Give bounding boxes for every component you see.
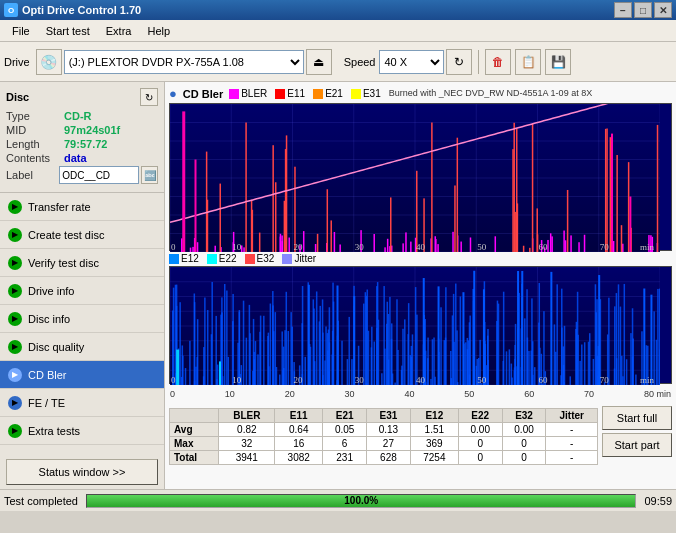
save-button[interactable]: 💾 — [545, 49, 571, 75]
chart1-container: 403530252015105 48 X40 X32 X24 X16 X8 X — [169, 103, 672, 251]
nav-label-fe-te: FE / TE — [28, 397, 65, 409]
legend-jitter: Jitter — [282, 253, 316, 264]
start-part-button[interactable]: Start part — [602, 433, 672, 457]
length-value: 79:57.72 — [64, 138, 107, 150]
menu-extra[interactable]: Extra — [98, 23, 140, 39]
sidebar-item-disc-info[interactable]: ▶ Disc info — [0, 305, 164, 333]
nav-icon-cd-bler: ▶ — [8, 368, 22, 382]
stats-area: BLER E11 E21 E31 E12 E22 E32 Jitter Avg — [169, 406, 672, 465]
chart1-title: CD Bler — [183, 88, 223, 100]
progress-pct: 100.0% — [87, 495, 635, 507]
th-e31: E31 — [367, 409, 411, 423]
type-value: CD-R — [64, 110, 92, 122]
legend-e12: E12 — [169, 253, 199, 264]
max-e11: 16 — [275, 437, 323, 451]
menu-help[interactable]: Help — [139, 23, 178, 39]
status-window-button[interactable]: Status window >> — [6, 459, 158, 485]
toolbar-separator — [478, 50, 479, 74]
length-label: Length — [6, 138, 64, 150]
chart1-canvas — [170, 104, 660, 252]
avg-e22: 0.00 — [458, 423, 502, 437]
type-label: Type — [6, 110, 64, 122]
th-e32: E32 — [502, 409, 546, 423]
nav-label-disc-info: Disc info — [28, 313, 70, 325]
chart1-title-icon: ● — [169, 86, 177, 101]
max-bler: 32 — [219, 437, 275, 451]
avg-e21: 0.05 — [323, 423, 367, 437]
eject-button[interactable]: ⏏ — [306, 49, 332, 75]
legend-e11-dot — [275, 89, 285, 99]
action-buttons: Start full Start part — [602, 406, 672, 457]
chart2-header: E12 E22 E32 Jitter — [169, 253, 672, 264]
progress-bar: 100.0% — [86, 494, 636, 508]
nav-label-cd-bler: CD Bler — [28, 369, 67, 381]
row-label-total: Total — [170, 451, 219, 465]
sidebar-item-cd-bler[interactable]: ▶ CD Bler — [0, 361, 164, 389]
total-bler: 3941 — [219, 451, 275, 465]
chart1-header: ● CD Bler BLER E11 E21 E31 Burned with _… — [169, 86, 672, 101]
sidebar-item-disc-quality[interactable]: ▶ Disc quality — [0, 333, 164, 361]
chart2-legend: E12 E22 E32 Jitter — [169, 253, 316, 264]
max-e31: 27 — [367, 437, 411, 451]
nav-label-verify-test-disc: Verify test disc — [28, 257, 99, 269]
max-e22: 0 — [458, 437, 502, 451]
legend-burned-info: Burned with _NEC DVD_RW ND-4551A 1-09 at… — [389, 88, 592, 99]
avg-e32: 0.00 — [502, 423, 546, 437]
start-full-button[interactable]: Start full — [602, 406, 672, 430]
sidebar: Disc ↻ Type CD-R MID 97m24s01f Length 79… — [0, 82, 165, 489]
nav-icon-disc-info: ▶ — [8, 312, 22, 326]
status-time: 09:59 — [644, 495, 672, 507]
legend-e11: E11 — [275, 88, 305, 99]
toolbar: Drive 💿 (J:) PLEXTOR DVDR PX-755A 1.08 ⏏… — [0, 42, 676, 82]
total-e22: 0 — [458, 451, 502, 465]
speed-label: Speed — [344, 56, 376, 68]
sidebar-item-verify-test-disc[interactable]: ▶ Verify test disc — [0, 249, 164, 277]
menu-file[interactable]: File — [4, 23, 38, 39]
legend-jitter-dot — [282, 254, 292, 264]
drive-select[interactable]: (J:) PLEXTOR DVDR PX-755A 1.08 — [64, 50, 304, 74]
drive-label: Drive — [4, 56, 30, 68]
th-e12: E12 — [410, 409, 458, 423]
nav-icon-extra-tests: ▶ — [8, 424, 22, 438]
label-icon-button[interactable]: 🔤 — [141, 166, 158, 184]
sidebar-item-transfer-rate[interactable]: ▶ Transfer rate — [0, 193, 164, 221]
nav-label-create-test-disc: Create test disc — [28, 229, 104, 241]
status-bar: Test completed 100.0% 09:59 — [0, 489, 676, 511]
refresh-button[interactable]: ↻ — [446, 49, 472, 75]
stats-table: BLER E11 E21 E31 E12 E22 E32 Jitter Avg — [169, 408, 598, 465]
nav-icon-transfer-rate: ▶ — [8, 200, 22, 214]
close-button[interactable]: ✕ — [654, 2, 672, 18]
max-jitter: - — [546, 437, 598, 451]
sidebar-item-extra-tests[interactable]: ▶ Extra tests — [0, 417, 164, 445]
th-e22: E22 — [458, 409, 502, 423]
minimize-button[interactable]: − — [614, 2, 632, 18]
nav-label-extra-tests: Extra tests — [28, 425, 80, 437]
table-row: Max 32 16 6 27 369 0 0 - — [170, 437, 598, 451]
speed-select[interactable]: 40 X — [379, 50, 444, 74]
menu-start-test[interactable]: Start test — [38, 23, 98, 39]
sidebar-item-drive-info[interactable]: ▶ Drive info — [0, 277, 164, 305]
nav-icon-drive-info: ▶ — [8, 284, 22, 298]
legend-e32: E32 — [245, 253, 275, 264]
label-input[interactable] — [59, 166, 139, 184]
title-bar: O Opti Drive Control 1.70 − □ ✕ — [0, 0, 676, 20]
disc-refresh-button[interactable]: ↻ — [140, 88, 158, 106]
max-e12: 369 — [410, 437, 458, 451]
th-empty — [170, 409, 219, 423]
row-label-avg: Avg — [170, 423, 219, 437]
nav-label-transfer-rate: Transfer rate — [28, 201, 91, 213]
chart2-container: 40035030025020015010050 0102030405060708… — [169, 266, 672, 384]
total-e21: 231 — [323, 451, 367, 465]
nav-icon-fe-te: ▶ — [8, 396, 22, 410]
app-icon: O — [4, 3, 18, 17]
sidebar-item-fe-te[interactable]: ▶ FE / TE — [0, 389, 164, 417]
sidebar-item-create-test-disc[interactable]: ▶ Create test disc — [0, 221, 164, 249]
disc-title: Disc — [6, 91, 29, 103]
table-row: Total 3941 3082 231 628 7254 0 0 - — [170, 451, 598, 465]
copy-button[interactable]: 📋 — [515, 49, 541, 75]
drive-icon-btn: 💿 — [36, 49, 62, 75]
total-e32: 0 — [502, 451, 546, 465]
maximize-button[interactable]: □ — [634, 2, 652, 18]
erase-button[interactable]: 🗑 — [485, 49, 511, 75]
th-e21: E21 — [323, 409, 367, 423]
